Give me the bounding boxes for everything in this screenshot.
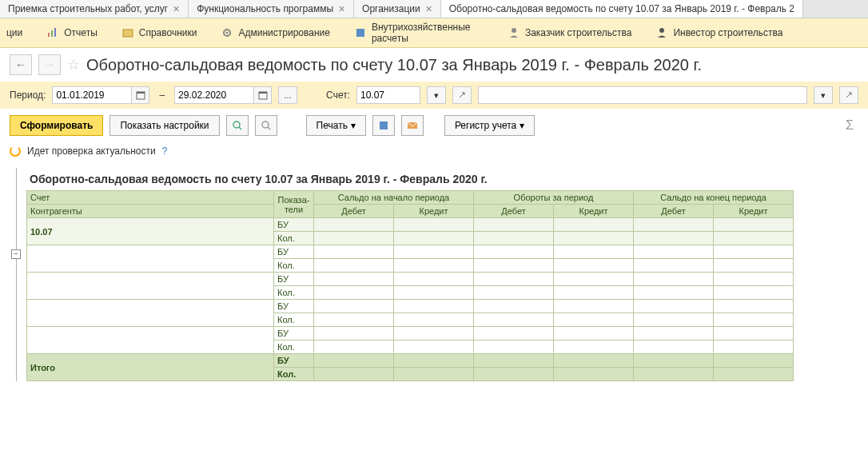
register-label: Регистр учета <box>455 120 516 131</box>
account-label: Счет: <box>326 90 350 101</box>
period-picker-button[interactable]: ... <box>278 86 297 104</box>
tree-collapse-icon[interactable]: − <box>11 249 21 259</box>
email-button[interactable] <box>401 115 424 136</box>
th-credit: Кредит <box>554 205 634 218</box>
svg-point-15 <box>262 121 269 128</box>
find-button[interactable] <box>226 115 249 136</box>
tab-functionality[interactable]: Функциональность программы ✕ <box>189 0 354 18</box>
main-toolbar: ции Отчеты Справочники Администрирование… <box>0 18 868 48</box>
close-icon[interactable]: ✕ <box>338 4 345 14</box>
save-button[interactable] <box>372 115 395 136</box>
tab-acceptance[interactable]: Приемка строительных работ, услуг ✕ <box>0 0 189 18</box>
th-credit: Кредит <box>394 205 474 218</box>
tab-label: Приемка строительных работ, услуг <box>8 3 168 14</box>
tab-label: Функциональность программы <box>197 3 333 14</box>
svg-line-14 <box>239 127 241 129</box>
toolbar-label: Инвестор строительства <box>673 27 782 38</box>
svg-point-13 <box>233 121 240 128</box>
nav-back-button[interactable]: ← <box>10 54 32 75</box>
toolbar-investor[interactable]: Инвестор строительства <box>655 26 782 39</box>
toolbar-label: Справочники <box>139 27 197 38</box>
indicator-cell: Кол. <box>274 232 314 245</box>
date-from-input[interactable] <box>52 86 132 104</box>
help-icon[interactable]: ? <box>162 145 168 157</box>
close-icon[interactable]: ✕ <box>173 4 180 14</box>
title-bar: ← → ☆ Оборотно-сальдовая ведомость по сч… <box>0 48 868 82</box>
spinner-icon <box>10 145 21 157</box>
report-title: Оборотно-сальдовая ведомость по счету 10… <box>26 168 794 190</box>
account-input[interactable] <box>356 86 420 104</box>
status-bar: Идет проверка актуальности ? <box>0 142 868 160</box>
date-to-input[interactable] <box>174 86 254 104</box>
toolbar-label: Внутрихозяйственные расчеты <box>372 22 484 44</box>
th-turnover: Обороты за период <box>474 191 634 205</box>
svg-rect-10 <box>137 92 145 94</box>
svg-rect-6 <box>356 29 364 37</box>
toolbar-section[interactable]: ции <box>6 27 22 38</box>
svg-rect-0 <box>48 33 50 37</box>
tab-bar: Приемка строительных работ, услуг ✕ Функ… <box>0 0 868 18</box>
toolbar-customer[interactable]: Заказчик строительства <box>508 26 631 39</box>
th-opening: Сальдо на начало периода <box>314 191 474 205</box>
folder-icon <box>121 26 134 39</box>
show-settings-button[interactable]: Показать настройки <box>109 115 219 136</box>
th-debit: Дебет <box>314 205 394 218</box>
toolbar-label: ции <box>6 27 22 38</box>
svg-point-7 <box>512 28 516 33</box>
org-input[interactable] <box>478 86 807 104</box>
org-dropdown-button[interactable]: ▾ <box>814 86 833 104</box>
toolbar-internal[interactable]: Внутрихозяйственные расчеты <box>354 22 484 44</box>
account-cell[interactable]: 10.07 <box>27 218 274 245</box>
refresh-button[interactable] <box>255 115 277 136</box>
favorite-star-icon[interactable]: ☆ <box>67 56 80 74</box>
date-separator: – <box>156 90 168 101</box>
svg-rect-17 <box>380 121 388 129</box>
th-credit: Кредит <box>714 205 794 218</box>
toolbar-administration[interactable]: Администрирование <box>221 26 329 39</box>
th-debit: Дебет <box>474 205 554 218</box>
tab-turnover-balance[interactable]: Оборотно-сальдовая ведомость по счету 10… <box>441 0 803 18</box>
indicator-cell: БУ <box>274 218 314 232</box>
building-icon <box>354 26 367 39</box>
table-row[interactable]: БУ <box>27 273 794 286</box>
calendar-icon[interactable] <box>132 86 149 104</box>
person-suit-icon <box>655 26 668 39</box>
account-dropdown-button[interactable]: ▾ <box>427 86 446 104</box>
svg-rect-1 <box>51 30 53 37</box>
period-bar: Период: – ... Счет: ▾ ▾ <box>0 82 868 109</box>
chart-icon <box>46 26 59 39</box>
th-counterparties: Контрагенты <box>27 205 274 218</box>
toolbar-label: Отчеты <box>64 27 97 38</box>
svg-rect-3 <box>123 30 133 37</box>
total-row: Итого БУ <box>27 354 794 368</box>
register-button[interactable]: Регистр учета ▾ <box>444 115 535 136</box>
toolbar-directories[interactable]: Справочники <box>121 26 197 39</box>
person-icon <box>508 26 520 39</box>
svg-point-5 <box>226 32 229 34</box>
tab-label: Оборотно-сальдовая ведомость по счету 10… <box>449 3 794 14</box>
tab-label: Организации <box>362 3 420 14</box>
toolbar-label: Администрирование <box>238 27 329 38</box>
table-row[interactable]: БУ <box>27 245 794 259</box>
tab-organizations[interactable]: Организации ✕ <box>354 0 441 18</box>
svg-rect-2 <box>54 28 56 37</box>
table-row[interactable]: БУ <box>27 327 794 340</box>
calendar-icon[interactable] <box>254 86 272 104</box>
nav-forward-button: → <box>38 54 61 75</box>
svg-rect-12 <box>259 92 267 94</box>
generate-button[interactable]: Сформировать <box>10 115 103 136</box>
table-row[interactable]: БУ <box>27 300 794 313</box>
svg-line-16 <box>268 127 270 129</box>
report-table: Счет Показа- тели Сальдо на начало перио… <box>26 190 794 381</box>
account-open-button[interactable] <box>452 86 472 104</box>
print-label: Печать <box>317 120 348 131</box>
print-button[interactable]: Печать ▾ <box>306 115 366 136</box>
gear-icon <box>221 26 233 39</box>
toolbar-label: Заказчик строительства <box>525 27 631 38</box>
sigma-icon[interactable]: Σ <box>841 118 858 133</box>
th-debit: Дебет <box>634 205 714 218</box>
svg-point-8 <box>659 28 664 33</box>
org-open-button[interactable] <box>839 86 858 104</box>
close-icon[interactable]: ✕ <box>425 4 432 14</box>
toolbar-reports[interactable]: Отчеты <box>46 26 97 39</box>
